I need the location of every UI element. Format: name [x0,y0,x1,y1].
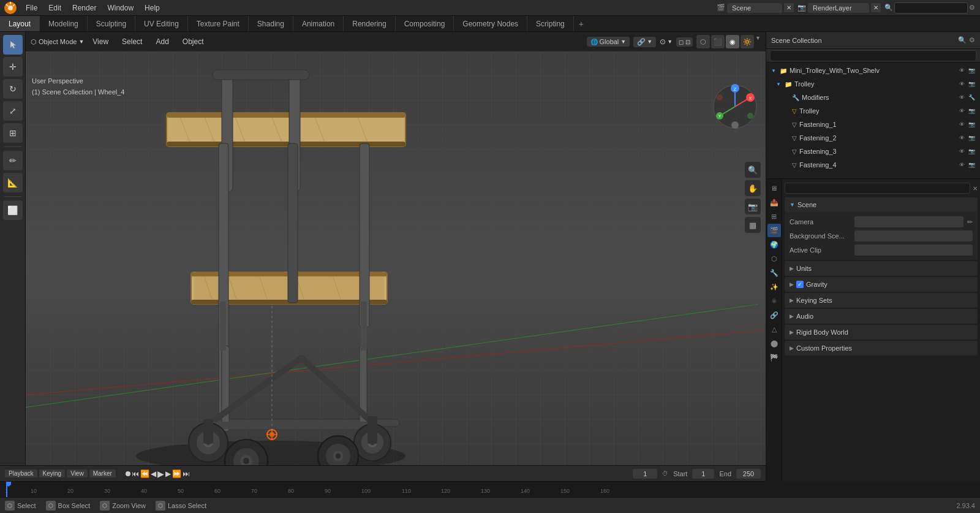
prev-keyframe-btn[interactable]: ◀ [151,469,156,478]
renderlayer-settings-btn[interactable]: ✕ [871,3,881,12]
outliner-search-input[interactable] [770,50,976,61]
scene-selector[interactable]: Scene [727,3,782,13]
particles-props-btn[interactable]: ✨ [767,280,781,294]
pan-btn[interactable]: ✋ [745,180,761,196]
active-clip-prop-value[interactable] [854,245,973,256]
current-frame-input[interactable]: 1 [633,469,657,479]
solid-shade-btn[interactable]: ⬛ [711,35,725,48]
audio-section-header[interactable]: ▶ Audio [785,309,978,324]
prev-frame-btn[interactable]: ⏪ [140,469,149,478]
annotate-tool-btn[interactable]: ✏ [3,151,23,170]
outliner-item-trolley-mesh[interactable]: ▽ Trolley 👁 📷 [766,104,980,118]
record-btn[interactable] [126,471,130,476]
timeline-body[interactable]: 1 10 20 30 40 50 60 70 80 90 100 110 120… [0,482,766,498]
tab-sculpting[interactable]: Sculpting [88,16,135,31]
custom-props-section-header[interactable]: ▶ Custom Properties [785,341,978,355]
visibility-icon-5[interactable]: 👁 [959,135,965,141]
outliner-item-fastening2[interactable]: ▽ Fastening_2 👁 📷 [766,131,980,145]
render-icon-3[interactable]: 📷 [968,108,975,114]
tab-uv-editing[interactable]: UV Editing [135,16,188,31]
tab-compositing[interactable]: Compositing [396,16,454,31]
scene-props-btn[interactable]: 🎬 [767,224,781,237]
object-props-btn[interactable]: ⬡ [767,252,781,265]
objectdata-props-btn[interactable]: △ [767,322,781,336]
tab-shading[interactable]: Shading [249,16,293,31]
camera-prop-value[interactable] [854,216,963,227]
play-btn[interactable]: ▶ [157,469,164,479]
wireframe-shade-btn[interactable]: ⬡ [696,35,710,48]
tab-geometry-nodes[interactable]: Geometry Nodes [454,16,527,31]
filter-icon[interactable]: ⚙ [969,4,975,12]
outliner-search-icon[interactable]: 🔍 [958,36,967,44]
render-icon-5[interactable]: 📷 [968,135,975,141]
tab-texture-paint[interactable]: Texture Paint [188,16,249,31]
menu-file[interactable]: File [21,2,42,13]
outliner-filter-icon[interactable]: ⚙ [969,36,975,44]
render-icon-0[interactable]: 📷 [968,67,975,74]
outliner-item-modifiers[interactable]: 🔧 Modifiers 👁 🔧 [766,91,980,104]
top-search-input[interactable] [894,2,968,13]
visibility-icon-2[interactable]: 👁 [959,94,965,101]
material-shade-btn[interactable]: ◉ [726,35,739,48]
marker-dropdown[interactable]: Marker [89,469,116,477]
keying-dropdown[interactable]: Keying [39,469,66,477]
camera-view-btn[interactable]: 📷 [745,199,761,215]
outliner-item-fastening4[interactable]: ▽ Fastening_4 👁 📷 [766,158,980,172]
viewport-3d[interactable]: ⬡ Object Mode ▼ View Select Add Object 🌐… [26,32,766,481]
props-search-input[interactable] [785,183,970,194]
transform-orientation-dropdown[interactable]: 🌐 Global ▼ [587,37,630,47]
move-tool-btn[interactable]: ✛ [3,57,23,77]
modifier-props-btn[interactable]: 🔧 [767,266,781,279]
rigid-body-section-header[interactable]: ▶ Rigid Body World [785,325,978,340]
xray-btn[interactable]: ⊡ [685,39,690,45]
hide-overlay-btn[interactable]: ◻ [679,39,684,45]
add-cube-btn[interactable]: ⬜ [3,200,23,220]
proportional-edit-btn[interactable]: ⊙ ▼ [660,37,673,46]
viewlayer-props-btn[interactable]: ⊞ [767,210,781,223]
scale-tool-btn[interactable]: ⤢ [3,101,23,121]
render-icon-6[interactable]: 📷 [968,148,975,154]
render-props-btn[interactable]: 🖥 [767,181,781,195]
next-keyframe-btn[interactable]: ▶ [165,469,171,478]
visibility-icon-0[interactable]: 👁 [959,67,965,74]
render-icon-1[interactable]: 📷 [968,81,975,87]
physics-props-btn[interactable]: ⚛ [767,294,781,308]
outliner-item-fastening1[interactable]: ▽ Fastening_1 👁 📷 [766,118,980,131]
outliner-item-scene-collection[interactable]: ▼ 📁 Mini_Trolley_With_Two_Shelv 👁 📷 [766,64,980,77]
view-menu-btn[interactable]: View [88,36,113,48]
add-menu-btn[interactable]: Add [151,36,173,48]
scene-section-header[interactable]: ▼ Scene [785,197,978,212]
bg-scene-prop-value[interactable] [854,230,973,241]
rendered-shade-btn[interactable]: 🔆 [741,35,754,48]
select-tool-btn[interactable] [3,35,23,55]
props-close-search-icon[interactable]: ✕ [973,185,978,192]
rotate-tool-btn[interactable]: ↻ [3,79,23,99]
output-props-btn[interactable]: 📤 [767,196,781,209]
jump-start-btn[interactable]: ⏮ [132,469,139,478]
view-dropdown[interactable]: View [67,469,88,477]
tab-layout[interactable]: Layout [0,16,40,31]
visibility-icon-3[interactable]: 👁 [959,108,965,114]
constraints-props-btn[interactable]: 🔗 [767,308,781,322]
playback-dropdown[interactable]: Playback [5,469,37,477]
units-section-header[interactable]: ▶ Units [785,261,978,276]
tab-animation[interactable]: Animation [293,16,344,31]
select-menu-btn[interactable]: Select [117,36,147,48]
frame-end-input[interactable]: 250 [736,469,761,479]
visibility-icon-7[interactable]: 👁 [959,162,965,168]
menu-render[interactable]: Render [67,2,101,13]
gravity-checkbox[interactable]: ✓ [796,281,804,288]
texture-props-btn[interactable]: 🏁 [767,351,781,364]
measure-tool-btn[interactable]: 📐 [3,173,23,192]
snapping-btn[interactable]: 🔗 ▼ [633,37,656,47]
zoom-in-btn[interactable]: 🔍 [745,162,761,178]
camera-edit-icon[interactable]: ✏ [967,218,973,226]
menu-window[interactable]: Window [102,2,138,13]
render-icon-4[interactable]: 📷 [968,121,975,127]
scene-settings-btn[interactable]: ✕ [784,3,794,12]
keying-sets-section-header[interactable]: ▶ Keying Sets [785,293,978,308]
gravity-section-header[interactable]: ▶ ✓ Gravity [785,277,978,292]
tab-modeling[interactable]: Modeling [40,16,88,31]
menu-help[interactable]: Help [140,2,165,13]
navigation-gizmo[interactable]: Z X Y [710,82,760,131]
